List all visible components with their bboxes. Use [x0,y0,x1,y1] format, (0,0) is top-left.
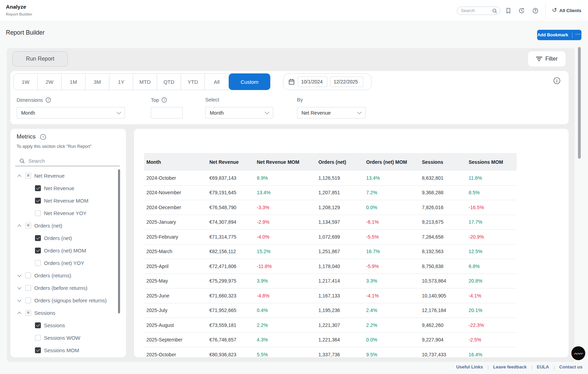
by-value: Net Revenue [301,110,331,116]
by-metric-select[interactable]: Net Revenue [297,107,365,118]
metric-tree-item[interactable]: Net Revenue YOY [10,207,122,219]
collapse-icon[interactable] [17,312,21,315]
metric-tree-item[interactable]: Orders (signups before returns) [10,294,122,306]
table-cell: 2024-November [144,190,207,195]
table-cell: -3.3% [254,205,316,210]
checkbox-unchecked[interactable] [35,335,41,341]
page-scrollbar[interactable] [578,47,581,159]
expand-icon[interactable] [17,285,21,289]
footer-link[interactable]: EULA [527,364,549,369]
metrics-tree: Net RevenueNet RevenueNet Revenue MOMNet… [10,169,122,356]
metric-tree-item[interactable]: Sessions WOW [10,331,122,344]
table-cell: 13.4% [254,190,316,195]
metric-tree-item[interactable]: Orders (net) YOY [10,257,122,269]
checkbox-unchecked[interactable] [25,273,31,278]
footer-link[interactable]: Contact us [549,364,582,369]
more-options-icon[interactable]: ··· [576,32,581,37]
date-to-input[interactable] [330,77,363,87]
metric-tree-item[interactable]: Orders (net) [10,232,122,244]
checkbox-unchecked[interactable] [25,297,31,303]
table-cell: 6.8% [466,264,517,269]
table-cell: 16.7% [364,249,419,254]
table-cell: 9,213,675 [419,219,466,225]
checkbox-unchecked[interactable] [35,210,41,216]
info-icon[interactable] [553,77,561,84]
expand-icon[interactable] [17,273,21,277]
dimensions-select[interactable]: Month [17,107,125,118]
metric-tree-item[interactable]: Sessions MOM [10,344,122,356]
date-from-input[interactable] [298,77,327,87]
timerange-tab-qtd[interactable]: QTD [157,74,181,90]
expand-icon[interactable] [17,298,21,302]
checkbox-checked[interactable] [35,185,41,191]
timerange-tab-3m[interactable]: 3M [85,74,109,90]
report-table-card: MonthNet RevenueNet Revenue MOMOrders (n… [134,129,569,357]
table-cell: 1,221,364 [316,337,364,342]
timerange-tab-1w[interactable]: 1W [14,74,38,90]
history-icon[interactable] [518,7,525,14]
metric-label: Net Revenue [34,173,65,179]
checkbox-checked[interactable] [35,248,41,253]
timerange-tab-custom[interactable]: Custom [229,73,270,90]
metric-label: Orders (before returns) [34,285,87,291]
help-circle-icon[interactable]: ? [161,97,167,103]
timerange-tab-2w[interactable]: 2W [38,74,62,90]
select-dimension-select[interactable]: Month [205,107,273,118]
metric-tree-item[interactable]: Orders (before returns) [10,282,122,294]
top-input[interactable] [151,107,183,118]
metric-tree-item[interactable]: Orders (returns) [10,269,122,282]
timerange-tab-all[interactable]: All [205,74,229,90]
date-range-picker[interactable] [283,73,372,90]
checkbox-indeterminate[interactable] [25,173,31,179]
help-circle-icon[interactable]: ? [45,97,51,103]
table-cell: -16.5% [466,205,517,210]
checkbox-checked[interactable] [35,322,41,328]
metric-tree-item[interactable]: Net Revenue [10,169,122,182]
all-clients-button[interactable]: ↺ All Clients [552,7,581,14]
table-cell: -20.9% [466,234,517,240]
footer-link[interactable]: Leave feedback [483,364,526,369]
table-cell: 12,176,184 [419,308,466,313]
metric-tree-item[interactable]: Net Revenue [10,182,122,194]
metric-label: Orders (net) [44,235,72,241]
checkbox-indeterminate[interactable] [25,223,31,229]
filter-label: Filter [545,56,558,62]
metrics-search[interactable] [15,156,120,166]
global-search[interactable] [457,7,500,15]
filter-icon [536,57,542,61]
assistant-logo-button[interactable] [571,346,586,360]
timerange-tab-ytd[interactable]: YTD [181,74,205,90]
help-icon[interactable] [532,7,539,14]
table-cell: €75,299,975 [207,278,254,284]
top-label: Top ? [151,97,167,103]
footer-link[interactable]: Useful Links [456,364,483,369]
run-report-button[interactable]: Run Report [12,51,68,66]
collapse-icon[interactable] [17,224,21,228]
metric-tree-item[interactable]: Net Revenue MOM [10,194,122,207]
add-bookmark-button[interactable]: Add Bookmark ··· [537,30,581,40]
metric-tree-item[interactable]: Sessions [10,306,122,319]
checkbox-checked[interactable] [35,235,41,241]
metrics-scrollbar[interactable] [118,169,120,313]
table-cell: 17.7% [466,219,517,225]
checkbox-checked[interactable] [35,198,41,204]
checkbox-indeterminate[interactable] [25,310,31,316]
button-divider [572,33,572,38]
timerange-tab-mtd[interactable]: MTD [133,74,157,90]
table-cell: 9,368,288 [419,190,466,195]
checkbox-checked[interactable] [35,347,41,353]
filter-button[interactable]: Filter [528,51,566,66]
metric-tree-item[interactable]: Orders (net) [10,219,122,232]
help-circle-icon[interactable]: ? [40,134,46,140]
table-cell: 2025-September [144,337,207,342]
bookmark-icon[interactable] [505,7,512,14]
collapse-icon[interactable] [17,175,21,178]
metric-label: Orders (returns) [34,273,71,278]
metric-tree-item[interactable]: Orders (net) MOM [10,244,122,257]
timerange-tab-1y[interactable]: 1Y [109,74,133,90]
metric-tree-item[interactable]: Sessions [10,319,122,331]
metrics-search-input[interactable] [28,158,108,164]
checkbox-unchecked[interactable] [35,260,41,266]
timerange-tab-1m[interactable]: 1M [62,74,85,90]
checkbox-unchecked[interactable] [25,285,31,291]
